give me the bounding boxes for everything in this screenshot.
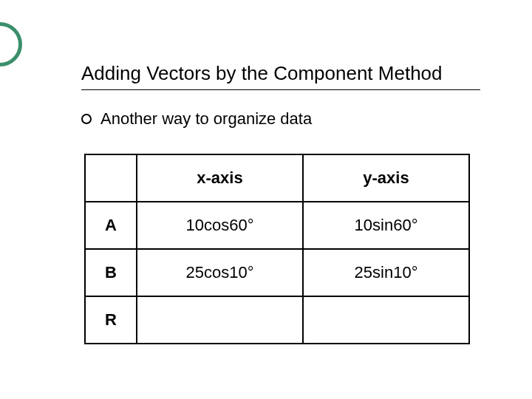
table-row: R [85,296,469,344]
row-label-r: R [85,296,137,344]
cell-b-x: 25cos10° [137,249,303,296]
slide-body: Adding Vectors by the Component Method A… [0,0,532,344]
slide-title: Adding Vectors by the Component Method [81,62,480,85]
bullet-item: Another way to organize data [81,109,480,129]
header-y-axis: y-axis [303,154,469,202]
cell-r-x [137,296,303,344]
header-x-axis: x-axis [137,154,303,202]
bullet-text: Another way to organize data [100,109,312,129]
cell-r-y [303,296,469,344]
table-row: B 25cos10° 25sin10° [85,249,469,296]
table-row: A 10cos60° 10sin60° [85,202,469,249]
cell-a-x: 10cos60° [137,202,303,249]
row-label-a: A [85,202,137,249]
cell-b-y: 25sin10° [303,249,469,296]
title-underline [81,89,480,90]
circle-bullet-icon [81,114,92,124]
table-header-row: x-axis y-axis [85,154,469,202]
cell-a-y: 10sin60° [303,202,469,249]
header-blank [85,154,137,202]
row-label-b: B [85,249,137,296]
component-table: x-axis y-axis A 10cos60° 10sin60° B 25co… [84,154,470,344]
